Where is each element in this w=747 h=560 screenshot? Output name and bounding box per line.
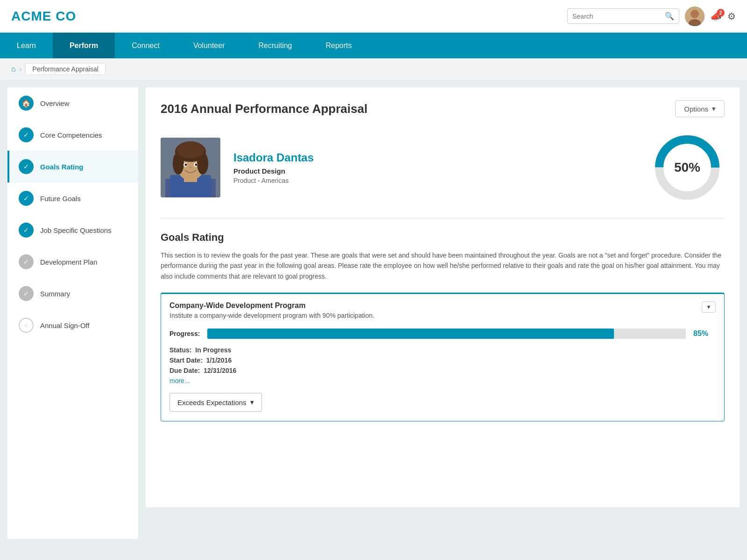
options-label: Options <box>684 105 708 113</box>
goals-section: Goals Rating This section is to review t… <box>161 231 725 421</box>
sidebar-item-goals-rating[interactable]: ✓ Goals Rating <box>7 151 138 182</box>
sidebar: 🏠 Overview ✓ Core Competencies ✓ Goals R… <box>7 87 138 539</box>
notification-button[interactable]: 📣 2 <box>710 11 722 22</box>
profile-name: Isadora Dantas <box>233 151 637 164</box>
nav-item-learn[interactable]: Learn <box>0 33 53 58</box>
status-label: Status: <box>169 346 191 354</box>
sidebar-item-future-goals[interactable]: ✓ Future Goals <box>7 182 138 214</box>
start-date-value: 1/1/2016 <box>206 357 232 364</box>
page-title: 2016 Annual Performance Appraisal <box>161 102 367 116</box>
annual-signoff-icon: ○ <box>19 318 34 333</box>
goal-due-date: Due Date: 12/31/2016 <box>169 367 716 374</box>
goal-start-date: Start Date: 1/1/2016 <box>169 357 716 364</box>
section-title: Goals Rating <box>161 231 725 244</box>
profile-info: Isadora Dantas Product Design Product - … <box>233 151 637 184</box>
due-date-value: 12/31/2016 <box>204 367 236 374</box>
main-content: 2016 Annual Performance Appraisal Option… <box>146 87 740 539</box>
sidebar-item-overview[interactable]: 🏠 Overview <box>7 87 138 119</box>
core-competencies-icon: ✓ <box>19 127 34 142</box>
goal-card: Company-Wide Development Program Institu… <box>161 293 725 421</box>
goal-card-body: Progress: 85% Status: In Progress Start … <box>161 324 724 421</box>
progress-bar-background <box>207 329 686 339</box>
app-header: ACME CO 🔍 📣 2 ⚙ <box>0 0 747 33</box>
summary-icon: ✓ <box>19 286 34 301</box>
avatar-button[interactable] <box>685 7 705 26</box>
sidebar-label-job-specific: Job Specific Questions <box>40 226 112 234</box>
profile-division: Product - Americas <box>233 177 637 184</box>
collapse-button[interactable]: ▼ <box>702 301 716 313</box>
avatar-svg <box>685 7 705 26</box>
breadcrumb: ⌂ › Performance Appraisal <box>0 58 747 80</box>
svg-point-11 <box>176 141 204 158</box>
profile-photo <box>161 138 220 197</box>
sidebar-label-goals-rating: Goals Rating <box>40 163 84 171</box>
breadcrumb-home-icon[interactable]: ⌂ <box>11 65 16 73</box>
avatar <box>685 7 705 26</box>
options-arrow-icon: ▾ <box>712 105 716 113</box>
sidebar-label-annual-signoff: Annual Sign-Off <box>40 322 90 329</box>
header-right: 🔍 📣 2 ⚙ <box>567 7 736 26</box>
content-card: 2016 Annual Performance Appraisal Option… <box>146 87 740 507</box>
profile-section: Isadora Dantas Product Design Product - … <box>161 130 725 218</box>
sidebar-item-core-competencies[interactable]: ✓ Core Competencies <box>7 119 138 151</box>
future-goals-icon: ✓ <box>19 191 34 206</box>
profile-photo-svg <box>161 138 220 197</box>
job-specific-icon: ✓ <box>19 223 34 238</box>
svg-point-14 <box>185 164 187 166</box>
nav-item-recruiting[interactable]: Recruiting <box>241 33 309 58</box>
breadcrumb-separator: › <box>20 65 22 73</box>
sidebar-item-development-plan[interactable]: ✓ Development Plan <box>7 246 138 278</box>
options-button[interactable]: Options ▾ <box>675 100 725 117</box>
sidebar-label-summary: Summary <box>40 290 70 298</box>
main-container: 🏠 Overview ✓ Core Competencies ✓ Goals R… <box>0 80 747 546</box>
goal-card-title: Company-Wide Development Program <box>169 301 374 310</box>
nav-item-volunteer[interactable]: Volunteer <box>176 33 242 58</box>
sidebar-item-job-specific[interactable]: ✓ Job Specific Questions <box>7 214 138 246</box>
rating-dropdown-arrow-icon: ▾ <box>250 398 254 406</box>
search-input[interactable] <box>572 13 665 20</box>
goal-card-subtitle: Institute a company-wide development pro… <box>169 312 374 319</box>
more-link[interactable]: more... <box>169 377 716 385</box>
search-box[interactable]: 🔍 <box>567 8 679 24</box>
search-icon: 🔍 <box>665 12 674 21</box>
donut-chart: 50% <box>650 130 725 205</box>
sidebar-label-overview: Overview <box>40 99 70 107</box>
due-date-label: Due Date: <box>169 367 200 374</box>
sidebar-item-annual-signoff[interactable]: ○ Annual Sign-Off <box>7 309 138 341</box>
donut-percentage: 50% <box>674 160 700 175</box>
svg-point-1 <box>691 10 699 18</box>
main-nav: Learn Perform Connect Volunteer Recruiti… <box>0 33 747 58</box>
sidebar-label-future-goals: Future Goals <box>40 195 81 203</box>
nav-item-perform[interactable]: Perform <box>53 33 115 58</box>
svg-point-15 <box>195 164 197 166</box>
rating-label: Exceeds Expectations <box>177 399 247 406</box>
sidebar-label-development-plan: Development Plan <box>40 258 98 266</box>
progress-bar-fill <box>207 329 614 339</box>
company-logo: ACME CO <box>11 9 76 24</box>
status-value: In Progress <box>195 346 231 354</box>
goal-card-header: Company-Wide Development Program Institu… <box>161 294 724 324</box>
overview-icon: 🏠 <box>19 96 34 111</box>
development-plan-icon: ✓ <box>19 254 34 269</box>
nav-item-reports[interactable]: Reports <box>309 33 369 58</box>
goal-status: Status: In Progress <box>169 346 716 354</box>
progress-label: Progress: <box>169 330 200 337</box>
profile-department: Product Design <box>233 167 637 175</box>
goal-card-title-block: Company-Wide Development Program Institu… <box>169 301 374 319</box>
progress-percentage: 85% <box>693 329 716 338</box>
sidebar-label-core-competencies: Core Competencies <box>40 131 102 139</box>
page-header: 2016 Annual Performance Appraisal Option… <box>161 100 725 117</box>
goals-rating-icon: ✓ <box>19 159 34 174</box>
notification-badge: 2 <box>717 9 725 17</box>
rating-dropdown[interactable]: Exceeds Expectations ▾ <box>169 393 262 412</box>
start-date-label: Start Date: <box>169 357 203 364</box>
sidebar-item-summary[interactable]: ✓ Summary <box>7 278 138 309</box>
progress-row: Progress: 85% <box>169 329 716 339</box>
breadcrumb-current: Performance Appraisal <box>25 63 106 75</box>
nav-item-connect[interactable]: Connect <box>115 33 176 58</box>
settings-button[interactable]: ⚙ <box>727 11 736 22</box>
section-description: This section is to review the goals for … <box>161 250 725 281</box>
